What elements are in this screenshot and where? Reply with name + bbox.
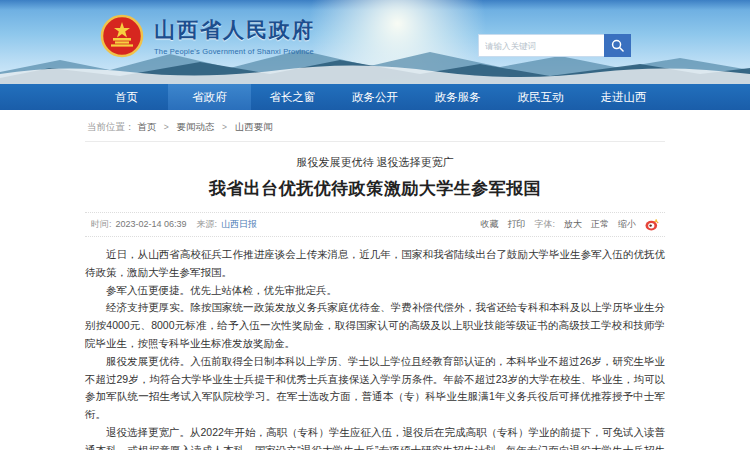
paragraph: 服役发展更优待。入伍前取得全日制本科以上学历、学士以上学位且经教育部认证的，本科… [85,353,665,424]
paragraph: 退役选择更宽广。从2022年开始，高职（专科）学生应征入伍，退役后在完成高职（专… [85,424,665,450]
paragraph: 近日，从山西省高校征兵工作推进座谈会上传来消息，近几年，国家和我省陆续出台了鼓励… [85,246,665,282]
weibo-share-icon[interactable] [645,218,659,231]
article-body: 近日，从山西省高校征兵工作推进座谈会上传来消息，近几年，国家和我省陆续出台了鼓励… [85,246,665,450]
nav-item-public-interaction[interactable]: 政民互动 [499,84,582,110]
time-label: 时间: [91,219,112,229]
article-meta-left: 时间:2023-02-14 06:39来源:山西日报 [91,218,261,231]
breadcrumb-separator: > [164,122,169,132]
site-banner: 山西省人民政府 The People's Government of Shanx… [0,0,750,84]
breadcrumb-shanxi-news[interactable]: 山西要闻 [235,121,273,132]
paragraph: 经济支持更厚实。除按国家统一政策发放义务兵家庭优待金、学费补偿代偿外，我省还给专… [85,299,665,352]
search-box [478,34,631,57]
breadcrumb-label: 当前位置： [87,121,135,132]
breadcrumb: 当前位置： 首页 > 要闻动态 > 山西要闻 [85,110,665,142]
paragraph: 参军入伍更便捷。优先上站体检，优先审批定兵。 [85,282,665,300]
site-title: 山西省人民政府 [154,16,315,44]
site-subtitle-english: The People's Government of Shanxi Provin… [154,47,315,56]
content-area: 当前位置： 首页 > 要闻动态 > 山西要闻 服役发展更优待 退役选择更宽广 我… [85,110,665,450]
font-size-label: 字体: [534,218,555,231]
favorite-button[interactable]: 收藏 [480,218,498,231]
article-title: 我省出台优抚优待政策激励大学生参军报国 [85,177,665,200]
nav-item-provincial-government[interactable]: 省政府 [168,84,251,110]
site-brand: 山西省人民政府 The People's Government of Shanx… [100,14,315,58]
article-subtitle: 服役发展更优待 退役选择更宽广 [85,155,665,170]
source-name: 山西日报 [221,219,257,229]
main-nav: 首页 省政府 省长之窗 政务公开 政务服务 政民互动 走进山西 [0,84,750,110]
nav-item-into-shanxi[interactable]: 走进山西 [582,84,665,110]
font-zoom-in-button[interactable]: 放大 [564,218,582,231]
breadcrumb-separator: > [222,122,227,132]
breadcrumb-home[interactable]: 首页 [137,121,156,132]
font-zoom-out-button[interactable]: 缩小 [618,218,636,231]
breadcrumb-news-updates[interactable]: 要闻动态 [176,121,214,132]
print-button[interactable]: 打印 [507,218,525,231]
font-normal-button[interactable]: 正常 [591,218,609,231]
article-tools: 收藏 打印 字体: 放大 正常 缩小 [471,218,659,231]
nav-item-gov-affairs-open[interactable]: 政务公开 [334,84,417,110]
nav-item-gov-services[interactable]: 政务服务 [416,84,499,110]
brand-text: 山西省人民政府 The People's Government of Shanx… [154,16,315,56]
nav-item-home[interactable]: 首页 [85,84,168,110]
national-emblem-logo [100,14,144,58]
search-icon [611,39,624,52]
article-meta-bar: 时间:2023-02-14 06:39来源:山西日报 收藏 打印 字体: 放大 … [85,212,665,237]
search-input[interactable] [478,34,604,57]
nav-item-governor-window[interactable]: 省长之窗 [251,84,334,110]
publish-time: 2023-02-14 06:39 [116,219,187,229]
source-label: 来源: [197,219,218,229]
search-button[interactable] [604,34,631,57]
